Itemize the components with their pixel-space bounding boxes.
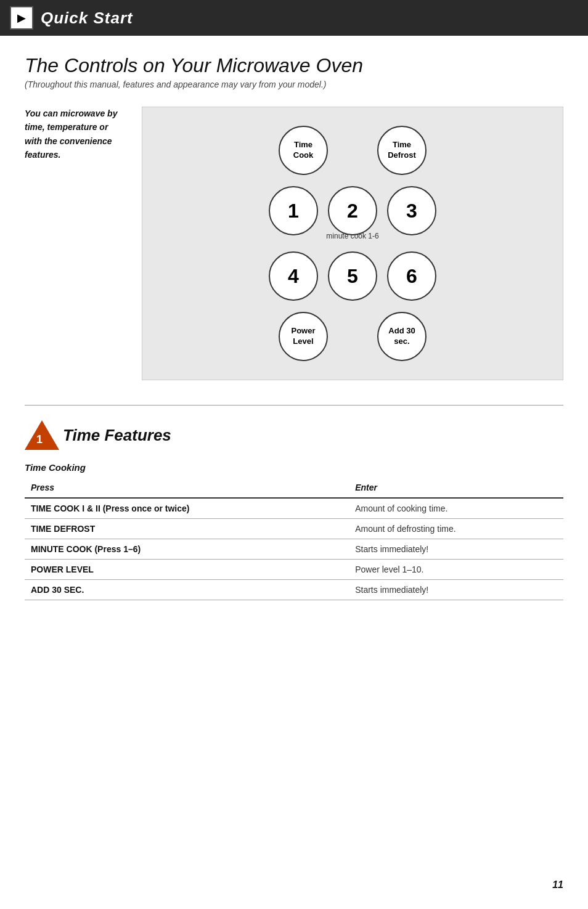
- num1-button[interactable]: 1: [269, 186, 318, 235]
- num6-button[interactable]: 6: [387, 251, 436, 301]
- table-row: ADD 30 SEC.Starts immediately!: [25, 580, 563, 600]
- time-cook-button[interactable]: TimeCook: [279, 126, 328, 175]
- top-btn-row: TimeCook TimeDefrost: [155, 126, 550, 175]
- controls-description: You can microwave by time, temperature o…: [25, 107, 123, 380]
- section1-title: Time Features: [63, 426, 171, 445]
- enter-cell: Starts immediately!: [349, 580, 563, 600]
- enter-cell: Amount of defrosting time.: [349, 519, 563, 539]
- table-row: TIME DEFROSTAmount of defrosting time.: [25, 519, 563, 539]
- table-row: TIME COOK I & II (Press once or twice)Am…: [25, 498, 563, 519]
- col2-header: Enter: [349, 478, 563, 498]
- controls-panel: TimeCook TimeDefrost 1 2 3 minute cook 1…: [142, 107, 563, 380]
- section-number: 1: [36, 433, 43, 446]
- table-row: POWER LEVELPower level 1–10.: [25, 560, 563, 580]
- subsection-title: Time Cooking: [25, 462, 563, 473]
- table-body: TIME COOK I & II (Press once or twice)Am…: [25, 498, 563, 600]
- divider: [25, 405, 563, 406]
- press-cell: MINUTE COOK (Press 1–6): [25, 539, 349, 560]
- col1-header: Press: [25, 478, 349, 498]
- num3-button[interactable]: 3: [387, 186, 436, 235]
- num4-button[interactable]: 4: [269, 251, 318, 301]
- power-level-button[interactable]: PowerLevel: [279, 312, 328, 361]
- features-table: Press Enter TIME COOK I & II (Press once…: [25, 478, 563, 600]
- page-title: The Controls on Your Microwave Oven: [25, 54, 563, 77]
- section-badge: 1: [25, 420, 54, 450]
- time-defrost-button[interactable]: TimeDefrost: [377, 126, 427, 175]
- bottom-btn-row: PowerLevel Add 30sec.: [155, 312, 550, 361]
- description-text: You can microwave by time, temperature o…: [25, 107, 123, 162]
- num2-button[interactable]: 2: [328, 186, 377, 235]
- press-cell: TIME DEFROST: [25, 519, 349, 539]
- header-title: Quick Start: [41, 9, 133, 28]
- press-cell: ADD 30 SEC.: [25, 580, 349, 600]
- minute-cook-label: minute cook 1-6: [326, 232, 378, 240]
- num-row-2: 4 5 6: [269, 251, 436, 301]
- num5-button[interactable]: 5: [328, 251, 377, 301]
- enter-cell: Power level 1–10.: [349, 560, 563, 580]
- press-cell: TIME COOK I & II (Press once or twice): [25, 498, 349, 519]
- enter-cell: Amount of cooking time.: [349, 498, 563, 519]
- enter-cell: Starts immediately!: [349, 539, 563, 560]
- header-icon: ▶: [10, 6, 33, 30]
- controls-section: You can microwave by time, temperature o…: [25, 107, 563, 380]
- num-row-1: 1 2 3: [269, 186, 436, 235]
- table-header-row: Press Enter: [25, 478, 563, 498]
- page-number: 11: [552, 879, 563, 891]
- section1-heading: 1 Time Features: [25, 420, 563, 450]
- add30-button[interactable]: Add 30sec.: [377, 312, 427, 361]
- main-content: The Controls on Your Microwave Oven (Thr…: [0, 36, 588, 619]
- press-cell: POWER LEVEL: [25, 560, 349, 580]
- table-row: MINUTE COOK (Press 1–6)Starts immediatel…: [25, 539, 563, 560]
- header: ▶ Quick Start: [0, 0, 588, 36]
- quick-start-icon: ▶: [17, 11, 26, 25]
- page-subtitle: (Throughout this manual, features and ap…: [25, 79, 563, 89]
